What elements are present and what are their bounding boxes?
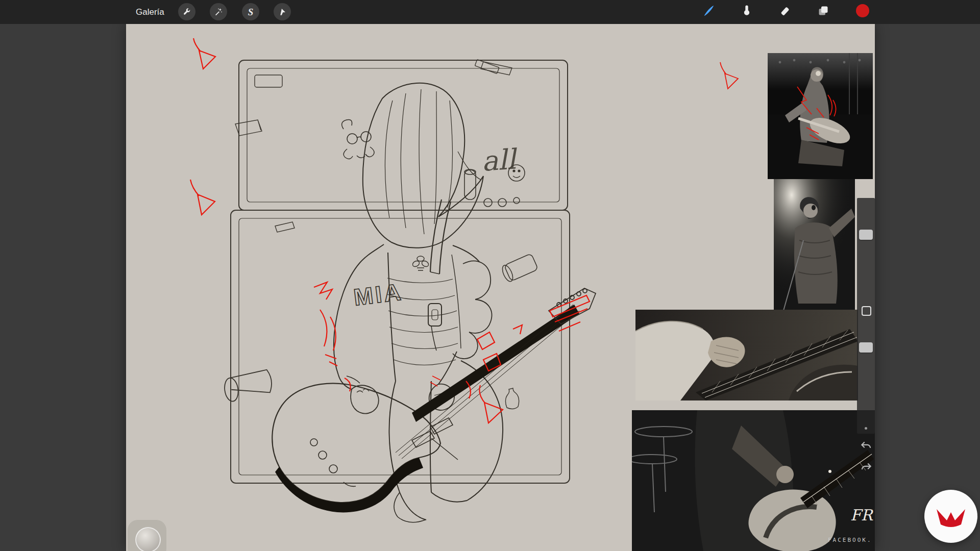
reference-photo-bottom: FRU FACEBOOK. bbox=[628, 410, 875, 551]
color-swatch-button[interactable] bbox=[855, 5, 870, 19]
wrench-icon bbox=[182, 7, 191, 16]
shirt-text: MIA bbox=[352, 279, 404, 311]
reference-photo-singer bbox=[774, 179, 855, 312]
selection-s-icon: S bbox=[248, 7, 254, 17]
modify-corner-dot bbox=[135, 527, 161, 551]
adjustments-button[interactable] bbox=[210, 3, 227, 20]
photo-watermark-text: FACEBOOK. bbox=[828, 537, 872, 543]
smudge-tool-button[interactable] bbox=[740, 5, 754, 19]
brush-size-slider[interactable] bbox=[857, 198, 875, 297]
redo-icon bbox=[860, 466, 873, 475]
reference-photo-stage bbox=[768, 53, 873, 179]
erase-tool-button[interactable] bbox=[778, 5, 792, 19]
undo-button[interactable] bbox=[860, 439, 873, 452]
modify-corner-button[interactable] bbox=[128, 520, 166, 551]
reference-photo-hands bbox=[635, 310, 858, 400]
sidebar-dot bbox=[865, 427, 867, 430]
record-label-logo-icon bbox=[924, 489, 977, 544]
magic-wand-icon bbox=[214, 7, 223, 16]
gallery-button[interactable]: Galería bbox=[136, 0, 164, 24]
transform-arrow-icon bbox=[278, 7, 287, 16]
guitar-sketch bbox=[272, 288, 596, 512]
transform-button[interactable] bbox=[274, 3, 291, 20]
redo-button[interactable] bbox=[860, 460, 873, 473]
amp-script-text: all bbox=[481, 143, 520, 178]
actions-button[interactable] bbox=[178, 3, 195, 20]
eraser-icon bbox=[779, 5, 791, 19]
layers-button[interactable] bbox=[816, 5, 830, 19]
paint-tool-button[interactable] bbox=[702, 5, 716, 19]
sidebar-modify-button[interactable] bbox=[862, 306, 871, 316]
brush-icon bbox=[702, 4, 716, 19]
layers-icon bbox=[817, 5, 829, 19]
selections-button[interactable]: S bbox=[242, 3, 259, 20]
color-swatch bbox=[855, 4, 870, 20]
smudge-finger-icon bbox=[741, 5, 753, 19]
opacity-slider[interactable] bbox=[857, 323, 875, 420]
photo-signature-text: FRU bbox=[850, 506, 875, 524]
brush-size-handle[interactable] bbox=[859, 230, 873, 240]
logo-badge bbox=[924, 490, 977, 543]
undo-icon bbox=[860, 445, 873, 454]
opacity-handle[interactable] bbox=[859, 342, 873, 353]
sidebar bbox=[857, 198, 875, 434]
drawing-canvas[interactable]: all bbox=[126, 24, 875, 551]
top-bar: Galería S bbox=[0, 0, 980, 24]
